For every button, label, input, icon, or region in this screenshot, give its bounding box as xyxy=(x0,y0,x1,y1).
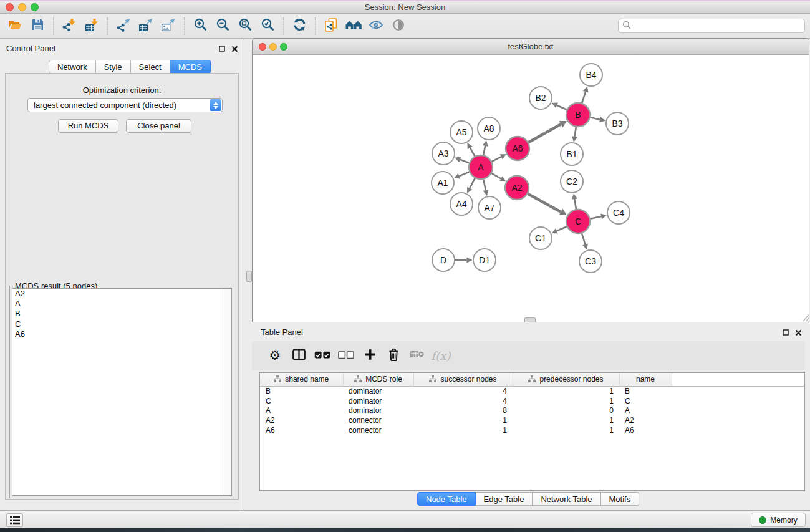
table-tab-motifs[interactable]: Motifs xyxy=(601,492,640,506)
graph-node-B[interactable]: B xyxy=(566,103,590,127)
graph-node-A5[interactable]: A5 xyxy=(450,121,473,143)
graph-edge-C-C3[interactable] xyxy=(582,233,588,249)
graph-edge-A2-C[interactable] xyxy=(528,194,567,215)
criterion-dropdown[interactable]: largest connected component (directed) xyxy=(27,98,223,112)
run-mcds-button[interactable]: Run MCDS xyxy=(58,119,118,133)
graph-node-A3[interactable]: A3 xyxy=(432,142,455,165)
graph-node-C1[interactable]: C1 xyxy=(529,227,552,249)
memory-button[interactable]: Memory xyxy=(751,513,806,527)
graph-edge-A-A4[interactable] xyxy=(467,178,475,193)
graph-edge-A6-B[interactable] xyxy=(528,121,567,142)
mcds-result-item[interactable]: B xyxy=(12,309,231,319)
graph-node-A2[interactable]: A2 xyxy=(505,176,529,200)
first-neighbors-button[interactable] xyxy=(342,16,365,36)
export-table-button[interactable] xyxy=(135,16,157,36)
graph-edge-D-D1[interactable] xyxy=(455,257,473,263)
network-from-selection-button[interactable] xyxy=(320,16,342,36)
float-panel-icon[interactable] xyxy=(218,44,226,53)
table-tab-node-table[interactable]: Node Table xyxy=(417,492,476,506)
table-row[interactable]: Adominator80A xyxy=(260,406,804,416)
search-input[interactable] xyxy=(634,22,801,31)
column-header-mcds-role[interactable]: MCDS role xyxy=(343,373,413,386)
hide-selected-button[interactable] xyxy=(365,16,387,36)
column-header-predecessor-nodes[interactable]: predecessor nodes xyxy=(513,373,619,386)
graph-node-C2[interactable]: C2 xyxy=(561,170,583,193)
graph-node-A4[interactable]: A4 xyxy=(450,193,473,215)
zoom-fit-button[interactable] xyxy=(234,16,256,36)
deselect-all-columns-button[interactable] xyxy=(334,345,358,367)
close-panel-icon[interactable] xyxy=(230,44,239,53)
graph-node-D[interactable]: D xyxy=(432,249,455,271)
column-header-shared-name[interactable]: shared name xyxy=(260,373,343,386)
export-network-button[interactable] xyxy=(112,16,135,36)
refresh-button[interactable] xyxy=(288,16,311,36)
network-canvas[interactable]: B4B2BB3A8A5A6B1A3AC2A1A2A4A7C4CC1C3DD1 xyxy=(253,55,809,322)
table-tab-edge-table[interactable]: Edge Table xyxy=(476,492,533,506)
table-row[interactable]: A2connector11A2 xyxy=(260,415,804,425)
table-row[interactable]: Bdominator41B xyxy=(260,386,804,396)
mcds-result-item[interactable]: A2 xyxy=(12,289,231,299)
settings-gear-button[interactable]: ⚙︎ xyxy=(263,345,287,367)
graph-edge-C-C2[interactable] xyxy=(572,193,577,209)
result-list-scrollbar[interactable] xyxy=(224,289,231,495)
table-float-panel-icon[interactable] xyxy=(781,328,790,337)
graph-node-D1[interactable]: D1 xyxy=(473,249,496,271)
add-column-button[interactable] xyxy=(358,345,382,367)
delete-column-button[interactable] xyxy=(382,345,405,367)
graph-node-C[interactable]: C xyxy=(566,210,590,233)
zoom-selected-button[interactable] xyxy=(256,16,279,36)
mcds-result-item[interactable]: A6 xyxy=(12,329,231,339)
import-table-button[interactable] xyxy=(80,16,103,36)
show-all-button[interactable] xyxy=(387,16,410,36)
select-all-columns-button[interactable] xyxy=(311,345,334,367)
export-image-button[interactable] xyxy=(157,16,180,36)
graph-node-B4[interactable]: B4 xyxy=(580,64,602,86)
mcds-result-item[interactable]: A xyxy=(12,299,231,309)
graph-node-A8[interactable]: A8 xyxy=(478,117,500,140)
tab-mcds[interactable]: MCDS xyxy=(170,60,211,74)
zoom-in-button[interactable] xyxy=(189,16,211,36)
table-tab-network-table[interactable]: Network Table xyxy=(533,492,600,506)
import-network-button[interactable] xyxy=(58,16,80,36)
graph-node-A[interactable]: A xyxy=(469,155,493,179)
resize-grip-icon[interactable] xyxy=(802,314,809,322)
search-field[interactable] xyxy=(618,19,805,33)
graph-edge-B-B3[interactable] xyxy=(591,117,605,122)
graph-node-B3[interactable]: B3 xyxy=(606,112,629,135)
vertical-splitter-grip[interactable] xyxy=(246,271,252,282)
tab-select[interactable]: Select xyxy=(131,60,170,74)
table-close-panel-icon[interactable] xyxy=(794,328,803,337)
graph-edge-B-B2[interactable] xyxy=(552,103,567,110)
tab-network[interactable]: Network xyxy=(49,60,96,74)
table-row[interactable]: Cdominator41C xyxy=(260,396,804,406)
close-panel-button[interactable]: Close panel xyxy=(126,119,191,133)
graph-edge-A-A8[interactable] xyxy=(483,140,488,155)
table-row[interactable]: A6connector11A6 xyxy=(260,425,804,435)
toggle-columns-button[interactable] xyxy=(287,345,311,367)
graph-edge-B-B1[interactable] xyxy=(572,127,577,142)
graph-edge-C-C1[interactable] xyxy=(552,226,567,233)
column-header-successor-nodes[interactable]: successor nodes xyxy=(413,373,513,386)
graph-node-B1[interactable]: B1 xyxy=(561,143,583,165)
mcds-result-item[interactable]: C xyxy=(12,319,231,329)
graph-node-B2[interactable]: B2 xyxy=(529,87,552,109)
graph-edge-A-A3[interactable] xyxy=(455,157,469,163)
graph-node-A7[interactable]: A7 xyxy=(478,196,501,219)
open-session-button[interactable] xyxy=(4,16,26,36)
save-session-button[interactable] xyxy=(26,16,49,36)
graph-edge-A-A2[interactable] xyxy=(491,173,506,181)
zoom-out-button[interactable] xyxy=(211,16,234,36)
graph-edge-A-A1[interactable] xyxy=(454,172,469,179)
graph-edge-C-C4[interactable] xyxy=(591,214,607,220)
graph-edge-A-A7[interactable] xyxy=(483,180,489,196)
task-history-button[interactable] xyxy=(6,513,23,527)
graph-node-C3[interactable]: C3 xyxy=(579,250,602,273)
graph-node-A1[interactable]: A1 xyxy=(432,172,454,194)
tab-style[interactable]: Style xyxy=(96,60,131,74)
graph-edge-B-B4[interactable] xyxy=(582,87,588,103)
graph-edge-A-A6[interactable] xyxy=(492,154,506,162)
graph-node-C4[interactable]: C4 xyxy=(607,201,630,224)
graph-node-A6[interactable]: A6 xyxy=(506,137,529,160)
column-header-name[interactable]: name xyxy=(619,373,672,386)
graph-edge-A-A5[interactable] xyxy=(467,143,475,156)
